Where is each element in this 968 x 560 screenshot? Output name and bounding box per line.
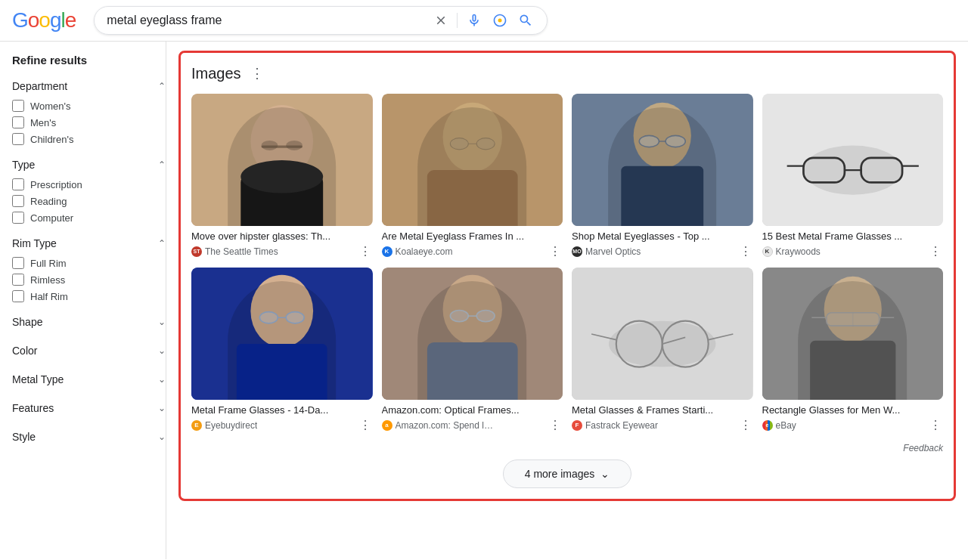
source-more-1[interactable]: ⋮ [358,244,373,258]
google-logo[interactable]: Google [12,8,76,32]
metal-type-header[interactable]: Metal Type ⌄ [12,370,166,388]
svg-point-9 [442,103,501,172]
source-more-2[interactable]: ⋮ [548,244,563,258]
svg-rect-29 [237,344,327,400]
source-more-3[interactable]: ⋮ [738,244,753,258]
source-more-6[interactable]: ⋮ [548,418,563,432]
svg-rect-1 [191,94,373,226]
search-button[interactable] [517,11,535,29]
checkbox-full-rim[interactable] [12,257,24,269]
image-source-left-4: K Kraywoods [762,246,821,257]
voice-search-button[interactable] [465,11,483,29]
style-header[interactable]: Style ⌄ [12,428,166,446]
image-card-1[interactable]: Move over hipster glasses: Th... ST The … [191,94,373,258]
filter-section-rim-type: Rim Type ⌃ Full Rim Rimless Half Rim [12,234,166,302]
image-title-8: Rectangle Glasses for Men W... [762,404,944,416]
source-more-4[interactable]: ⋮ [928,244,943,258]
checkbox-prescription[interactable] [12,178,24,190]
sidebar-title: Refine results [12,54,166,67]
svg-point-30 [259,312,278,323]
filter-option-prescription[interactable]: Prescription [12,178,166,190]
type-label: Type [12,159,35,171]
filter-option-full-rim[interactable]: Full Rim [12,257,166,269]
filter-section-type: Type ⌃ Prescription Reading Computer [12,156,166,224]
search-icon [518,13,533,28]
half-rim-label: Half Rim [30,291,68,302]
search-input[interactable] [107,14,425,27]
clear-search-button[interactable] [433,12,449,29]
favicon-8: e [762,420,773,431]
image-source-left-5: E Eyebuydirect [191,420,257,431]
image-card-7[interactable]: Metal Glasses & Frames Starti... F Fastr… [572,268,753,432]
more-images-bar: 4 more images ⌄ [191,459,943,488]
image-grid: Move over hipster glasses: Th... ST The … [191,94,943,432]
svg-point-37 [476,310,495,321]
color-chevron-down-icon: ⌄ [158,345,166,356]
svg-point-34 [442,275,501,344]
image-card-6[interactable]: Amazon.com: Optical Frames... a Amazon.c… [382,268,563,432]
shape-header[interactable]: Shape ⌄ [12,313,166,331]
filter-option-computer[interactable]: Computer [12,212,166,224]
svg-point-2 [250,105,313,178]
search-divider [457,13,458,28]
filter-option-reading[interactable]: Reading [12,195,166,207]
svg-point-15 [634,103,691,169]
filter-section-department: Department ⌃ Women's Men's Children's [12,77,166,145]
rimless-label: Rimless [30,274,65,286]
svg-point-11 [450,138,468,150]
filter-option-half-rim[interactable]: Half Rim [12,290,166,302]
rim-type-header[interactable]: Rim Type ⌃ [12,234,166,252]
metal-type-chevron-down-icon: ⌄ [158,374,166,385]
style-chevron-down-icon: ⌄ [158,432,166,442]
images-more-options-button[interactable]: ⋮ [247,63,267,83]
source-name-2: Koalaeye.com [396,246,453,257]
features-header[interactable]: Features ⌄ [12,399,166,417]
filter-option-womens[interactable]: Women's [12,100,166,112]
filter-section-metal-type: Metal Type ⌄ [12,370,166,388]
more-images-button[interactable]: 4 more images ⌄ [503,459,632,488]
checkbox-reading[interactable] [12,195,24,207]
shape-chevron-down-icon: ⌄ [158,317,166,327]
color-header[interactable]: Color ⌄ [12,342,166,360]
image-card-8[interactable]: Rectangle Glasses for Men W... e eBay ⋮ [762,268,944,432]
department-header[interactable]: Department ⌃ [12,77,166,95]
checkbox-mens[interactable] [12,116,24,128]
header: Google [0,0,968,42]
filter-section-features: Features ⌄ [12,399,166,417]
image-title-6: Amazon.com: Optical Frames... [382,404,563,416]
type-header[interactable]: Type ⌃ [12,156,166,174]
sidebar: Refine results Department ⌃ Women's Men'… [0,42,166,559]
image-title-7: Metal Glasses & Frames Starti... [572,404,753,416]
filter-option-mens[interactable]: Men's [12,116,166,128]
image-card-4[interactable]: 15 Best Metal Frame Glasses ... K Kraywo… [762,94,944,258]
svg-rect-33 [382,268,563,400]
source-name-6: Amazon.com: Spend less ... [396,420,494,431]
image-title-2: Are Metal Eyeglass Frames In ... [382,230,563,242]
checkbox-rimless[interactable] [12,274,24,286]
image-card-2[interactable]: Are Metal Eyeglass Frames In ... K Koala… [382,94,563,258]
microphone-icon [467,13,482,28]
checkbox-half-rim[interactable] [12,290,24,302]
source-more-5[interactable]: ⋮ [358,418,373,432]
svg-point-0 [498,19,502,23]
more-images-label: 4 more images [525,468,595,480]
image-card-3[interactable]: Shop Metal Eyeglasses - Top ... MO Marve… [572,94,753,258]
checkbox-womens[interactable] [12,100,24,112]
svg-point-12 [476,138,495,150]
filter-option-childrens[interactable]: Children's [12,133,166,145]
source-more-8[interactable]: ⋮ [928,418,943,432]
main-layout: Refine results Department ⌃ Women's Men'… [0,42,968,559]
image-thumb-2 [382,94,563,226]
svg-rect-48 [810,341,895,400]
image-card-5[interactable]: Metal Frame Glasses - 14-Da... E Eyebuyd… [191,268,373,432]
image-source-6: a Amazon.com: Spend less ... ⋮ [382,418,563,432]
content-area: Images ⋮ [166,42,968,559]
image-search-button[interactable] [491,11,509,29]
department-label: Department [12,80,67,92]
source-more-7[interactable]: ⋮ [738,418,753,432]
checkbox-childrens[interactable] [12,133,24,145]
filter-option-rimless[interactable]: Rimless [12,274,166,286]
image-source-left-7: F Fastrack Eyewear [572,420,658,431]
favicon-5: E [191,420,202,431]
checkbox-computer[interactable] [12,212,24,224]
